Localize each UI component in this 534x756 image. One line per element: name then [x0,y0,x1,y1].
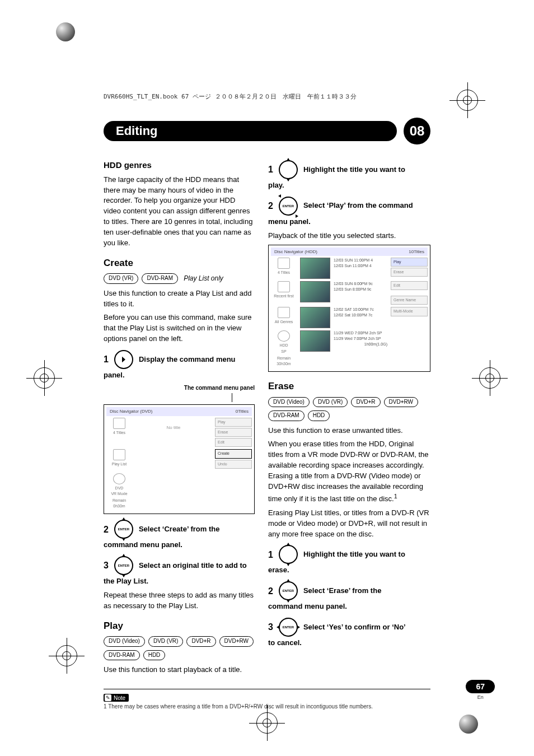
badge-dvd-video: DVD (Video) [268,397,310,408]
step-text-cont: play. [268,180,430,191]
chapter-number: 08 [404,118,430,144]
enter-button-icon: ENTER [279,618,298,637]
nav-cmd-edit: Edit [215,438,252,447]
nav-cmd-play: Play [391,258,428,267]
erase-p3: Erasing Play List titles, or titles from… [268,508,430,540]
badge-dvdplusr: DVD+R [186,636,216,647]
badge-hdd: HDD [308,410,330,421]
chapter-bar: Editing 08 [104,118,430,144]
step-number: 3 [268,620,273,633]
erase-badges: DVD (Video) DVD (VR) DVD+R DVD+RW DVD-RA… [268,397,430,421]
nav-no-title: No title [135,418,212,438]
step-text: Select an original title to add to [139,561,247,571]
heading-erase: Erase [268,380,430,394]
erase-p2: When you erase titles from the HDD, Orig… [268,439,430,504]
nav-cmd-create: Create [215,449,252,458]
dpad-icon [279,160,298,179]
create-badges: DVD (VR) DVD-RAM Play List only [104,273,255,284]
create-step-3: 3 ENTER Select an original title to add … [104,556,255,575]
step-text-cont: the Play List. [104,576,255,587]
step-text: Select ‘Create’ from the [139,524,220,535]
step-text: Select ‘Erase’ from the [303,586,381,596]
nav-title-right: 10Titles [409,249,424,255]
step-text: Select ‘Play’ from the command [303,200,413,211]
nav-cmd-undo: Undo [215,460,252,469]
page-lang: En [466,694,495,700]
play-step-1: 1 Highlight the title you want to [268,160,430,179]
nav-title-left: Disc Navigator (HDD) [274,249,317,255]
heading-hdd-genres: HDD genres [104,159,255,171]
step-text-cont: command menu panel. [268,601,430,612]
step-text-cont: panel. [104,370,255,381]
badge-dvd-ram: DVD-RAM [268,410,305,421]
disc-icon [278,330,290,342]
registration-mark-icon [34,367,55,389]
badge-dvd-vr: DVD (VR) [313,397,348,408]
enter-button-icon: ENTER [279,581,298,600]
step-text: Highlight the title you want to [303,549,405,560]
step-number: 1 [268,548,273,561]
reg-sphere [56,22,75,41]
registration-mark-icon [256,712,278,734]
disc-navigator-hdd-panel: Disc Navigator (HDD) 10Titles 4 Titles 1… [268,245,430,372]
sort-icon [278,281,290,292]
erase-step-2: 2 ENTER Select ‘Erase’ from the [268,581,430,600]
badge-dvd-video: DVD (Video) [104,636,145,647]
nav-cmd-erase: Erase [391,268,428,277]
step-text: Select ‘Yes’ to confirm or ‘No’ [303,622,406,633]
badge-note: Play List only [184,274,223,283]
disc-navigator-dvd-panel: Disc Navigator (DVD) 0Titles 4 Titles No… [104,404,255,514]
badge-dvd-ram: DVD-RAM [142,273,178,284]
play-step-2: 2 ENTER Select ‘Play’ from the command [268,197,430,216]
registration-mark-icon [457,90,478,111]
footnote-ref: 1 [394,493,397,500]
badge-dvdplusrw: DVD+RW [384,397,418,408]
page-number: 67 [466,680,495,693]
step-text-cont: erase. [268,565,430,576]
badge-hdd: HDD [143,650,166,661]
nav-cmd-erase: Erase [215,428,252,437]
note-badge: ✎ Note [104,694,129,702]
caption-leader-line [232,393,232,402]
disc-icon [113,473,125,484]
nav-thumbnail [300,281,330,302]
left-column: HDD genres The large capacity of the HDD… [104,155,255,679]
erase-step-1: 1 Highlight the title you want to [268,545,430,564]
right-column: 1 Highlight the title you want to play. … [268,155,430,679]
nav-side-4titles: 4 Titles [271,258,297,276]
step-text-cont: to cancel. [268,638,430,648]
page-number-wrap: 67 En [466,680,495,700]
play-body: Use this function to start playback of a… [104,665,255,675]
step-number: 1 [268,163,273,176]
heading-create: Create [104,256,255,270]
nav-thumbnail [300,258,330,279]
erase-p1: Use this function to erase unwanted titl… [268,426,430,436]
enter-button-icon: ENTER [114,520,133,539]
nav-title-left: Disc Navigator (DVD) [110,408,152,415]
step-number: 3 [104,559,109,572]
nav-thumbnail [300,330,330,352]
step-number: 2 [268,585,273,598]
nav-side-playlist: Play List [106,449,132,467]
badge-dvdplusr: DVD+R [351,397,380,408]
nav-cmd-play: Play [215,418,252,427]
grid-icon [278,258,290,269]
nav-cmd-genre: Genre Name [391,296,428,305]
nav-cmd-multi: Multi-Mode [391,307,428,316]
create-p2: Before you can use this command, make su… [104,312,255,344]
nav-side-recent: Recent first [271,281,297,299]
step-text-cont: menu panel. [268,217,430,227]
step-number: 2 [104,523,109,536]
hdd-genres-body: The large capacity of the HDD means that… [104,175,255,249]
right-arrow-icon [114,350,133,369]
heading-play: Play [104,619,255,633]
nav-side-allgenres: All Genres [271,307,297,325]
registration-mark-icon [479,367,500,389]
badge-dvd-vr: DVD (VR) [104,273,138,284]
nav-side-hdd: HDD SP Remain 30h30m [271,330,297,367]
badge-dvdplusrw: DVD+RW [219,636,254,647]
step-number: 1 [104,353,109,366]
footnote-divider [104,689,430,689]
list-icon [113,449,125,460]
nav-cmd-edit: Edit [391,281,428,290]
